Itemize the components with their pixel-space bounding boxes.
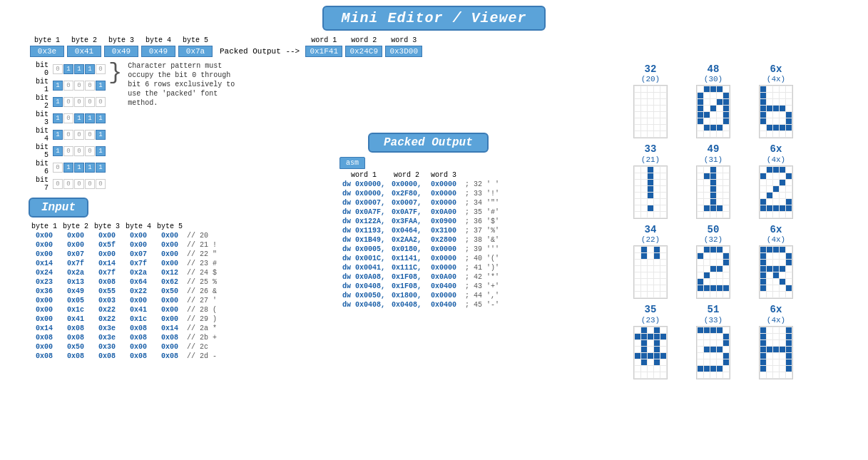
packed-cell-1-1: 0x2F80, bbox=[388, 189, 425, 198]
char-pixel-6-2-1 bbox=[641, 260, 647, 265]
byte3-top-value: 0x49 bbox=[104, 46, 138, 57]
input-cell-1-4: 0x00 bbox=[154, 240, 185, 250]
char-pixel-5-1-3 bbox=[780, 173, 785, 179]
char-pixel-9-1-0 bbox=[635, 334, 640, 339]
char-pixel-9-1-1 bbox=[641, 334, 647, 339]
char-pixel-5-1-2 bbox=[773, 173, 779, 179]
top-word-col-3: word 3 0x3D00 bbox=[385, 36, 422, 57]
char-pixel-6-3-0 bbox=[635, 266, 640, 272]
char-pixel-4-7-3 bbox=[717, 212, 723, 218]
char-pixel-4-3-4 bbox=[723, 186, 729, 192]
char-pixel-4-6-2 bbox=[710, 205, 716, 211]
char-pixel-11-6-4 bbox=[786, 366, 792, 372]
input-cell-13-5: // 2d - bbox=[185, 352, 221, 361]
char-pixel-11-5-0 bbox=[760, 359, 766, 365]
char-pixel-3-5-2 bbox=[648, 199, 653, 205]
bit-cell-7-2: 0 bbox=[74, 179, 84, 189]
char-pixel-10-1-2 bbox=[710, 334, 716, 339]
bit-cell-7-4: 0 bbox=[96, 179, 106, 189]
char-pixel-1-2-2 bbox=[710, 99, 716, 105]
char-pixel-4-5-3 bbox=[717, 199, 723, 205]
char-pixel-3-4-4 bbox=[660, 193, 666, 198]
input-cell-11-0: 0x08 bbox=[29, 333, 60, 342]
char-pixel-3-6-4 bbox=[660, 205, 666, 211]
char-pixel-9-5-3 bbox=[654, 359, 660, 365]
char-pixel-0-4-0 bbox=[635, 112, 640, 118]
char-number-9: 35 bbox=[645, 305, 657, 315]
char-pixel-8-4-0 bbox=[760, 272, 766, 278]
char-pixel-4-5-1 bbox=[704, 199, 710, 205]
char-pixel-10-1-3 bbox=[717, 334, 723, 339]
char-pixel-3-1-3 bbox=[654, 173, 660, 179]
input-header-3: byte 4 bbox=[123, 222, 154, 231]
char-pixel-11-2-0 bbox=[760, 340, 766, 346]
input-cell-12-5: // 2c bbox=[185, 342, 221, 352]
char-pixel-0-2-1 bbox=[641, 99, 647, 105]
input-cell-9-2: 0x22 bbox=[91, 315, 123, 324]
char-pixel-0-7-1 bbox=[641, 131, 647, 137]
input-cell-7-2: 0x03 bbox=[91, 296, 123, 305]
char-pixel-6-2-2 bbox=[648, 260, 653, 265]
char-pixel-5-1-1 bbox=[767, 173, 772, 179]
char-pixel-0-2-4 bbox=[660, 99, 666, 105]
bit-cell-0-3: 1 bbox=[85, 64, 95, 74]
char-pixel-9-6-1 bbox=[641, 366, 647, 372]
char-bitmap-0 bbox=[633, 85, 668, 138]
char-pixel-0-1-0 bbox=[635, 93, 640, 98]
bit-cells-6: 01111 bbox=[53, 163, 106, 173]
char-pixel-8-1-4 bbox=[786, 253, 792, 259]
char-pixel-8-7-4 bbox=[786, 292, 792, 297]
input-cell-12-3: 0x00 bbox=[123, 342, 154, 352]
char-pixel-11-4-3 bbox=[780, 353, 785, 359]
char-pixel-10-3-1 bbox=[704, 347, 710, 352]
packed-cell-13-0: dw 0x0408, bbox=[339, 300, 388, 310]
bit-grid-container: bit 001110bit 110001bit 210000bit 310111… bbox=[29, 61, 328, 192]
char-sub-4: (31) bbox=[704, 155, 723, 164]
char-pixel-3-5-0 bbox=[635, 199, 640, 205]
table-row: 0x000x070x000x070x00// 22 " bbox=[29, 250, 221, 259]
char-pixel-0-5-3 bbox=[654, 118, 660, 124]
char-pixel-0-4-3 bbox=[654, 112, 660, 118]
char-sub-1: (30) bbox=[704, 75, 723, 83]
char-pixel-6-2-4 bbox=[660, 260, 666, 265]
char-pixel-3-7-0 bbox=[635, 212, 640, 218]
char-pixel-1-2-3 bbox=[717, 99, 723, 105]
char-pixel-1-3-3 bbox=[717, 106, 723, 111]
char-sub-8: (4x) bbox=[767, 235, 785, 244]
char-pixel-11-5-1 bbox=[767, 359, 772, 365]
char-pixel-10-0-4 bbox=[723, 327, 729, 333]
char-pixel-2-3-2 bbox=[773, 106, 779, 111]
char-pixel-0-1-3 bbox=[654, 93, 660, 98]
char-pixel-7-3-4 bbox=[723, 266, 729, 272]
packed-cell-0-1: 0x0000, bbox=[388, 180, 425, 189]
input-cell-7-1: 0x05 bbox=[60, 296, 91, 305]
char-pixel-0-6-4 bbox=[660, 125, 666, 131]
char-pixel-3-3-4 bbox=[660, 186, 666, 192]
char-pixel-0-0-1 bbox=[641, 86, 647, 92]
input-cell-0-4: 0x00 bbox=[154, 231, 185, 240]
packed-cell-7-1: 0x0180, bbox=[388, 245, 425, 254]
char-pixel-6-3-2 bbox=[648, 266, 653, 272]
asm-tab[interactable]: asm bbox=[339, 157, 365, 169]
char-pixel-3-0-1 bbox=[641, 167, 647, 173]
char-pixel-1-7-2 bbox=[710, 131, 716, 137]
char-pixel-1-4-4 bbox=[723, 112, 729, 118]
char-pixel-4-3-1 bbox=[704, 186, 710, 192]
bit-row-label-4: bit 4 bbox=[29, 127, 51, 143]
char-pixel-10-2-3 bbox=[717, 340, 723, 346]
char-pixel-2-7-3 bbox=[780, 131, 785, 137]
table-row: 0x000x000x000x000x00// 20 bbox=[29, 231, 221, 240]
char-pixel-6-6-1 bbox=[641, 285, 647, 291]
char-pixel-11-1-1 bbox=[767, 334, 772, 339]
char-item-8: 6x(4x) bbox=[747, 225, 805, 299]
char-pixel-1-5-4 bbox=[723, 118, 729, 124]
packed-cell-2-1: 0x0007, bbox=[388, 198, 425, 208]
char-pixel-5-7-4 bbox=[786, 212, 792, 218]
char-pixel-0-7-4 bbox=[660, 131, 666, 137]
char-pixel-5-2-4 bbox=[786, 180, 792, 185]
char-pixel-0-2-3 bbox=[654, 99, 660, 105]
top-byte-col-5: byte 5 0x7a bbox=[177, 36, 214, 57]
char-pixel-10-5-4 bbox=[723, 359, 729, 365]
char-pixel-9-2-2 bbox=[648, 340, 653, 346]
char-bitmap-2 bbox=[759, 85, 793, 138]
